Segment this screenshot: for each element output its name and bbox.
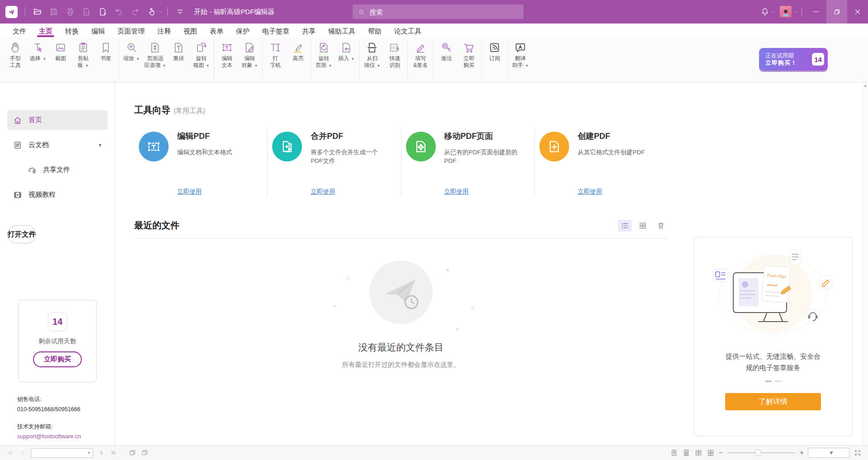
trial-upgrade-badge[interactable]: 正在试用期 立即购买！ 14 <box>759 48 828 71</box>
next-page-button[interactable] <box>97 449 105 457</box>
clipboard-icon <box>76 41 90 54</box>
zoom-in-button[interactable]: + <box>800 449 804 456</box>
carousel-dot[interactable] <box>775 380 782 382</box>
carousel-dot-active[interactable] <box>765 380 772 382</box>
menu-item-电子签章[interactable]: 电子签章 <box>256 25 296 37</box>
tool-buy-now[interactable]: 立即购买 <box>458 39 480 69</box>
tool-snapshot[interactable]: 截图 <box>49 39 72 62</box>
menu-item-视图[interactable]: 视图 <box>177 25 203 37</box>
previous-view-icon[interactable] <box>128 449 137 457</box>
card-create-pdf-use-now-link[interactable]: 立即使用 <box>578 188 602 196</box>
tool-reflow[interactable]: 重排 <box>167 39 190 62</box>
support-email-link[interactable]: support@foxitsoftware.cn <box>17 432 81 441</box>
redo-button[interactable] <box>127 4 143 19</box>
open-file-button[interactable] <box>30 4 45 19</box>
menu-item-转换[interactable]: 转换 <box>59 25 85 37</box>
tool-edit-text[interactable]: 编辑文本 <box>216 39 238 69</box>
learn-more-button[interactable]: 了解详情 <box>725 393 821 410</box>
menu-item-帮助[interactable]: 帮助 <box>362 25 388 37</box>
tool-translate[interactable]: 翻译助手 ▼ <box>509 39 532 69</box>
bell-caret-icon[interactable] <box>771 9 775 14</box>
single-page-view-icon[interactable] <box>670 449 678 457</box>
chevron-down-icon[interactable]: ▼ <box>98 143 102 147</box>
grid-view-icon[interactable] <box>636 220 650 232</box>
zoom-combo-caret-icon[interactable]: ▼ <box>829 450 847 456</box>
tool-fill-sign[interactable]: 填写&签名 <box>409 39 432 69</box>
menu-item-辅助工具[interactable]: 辅助工具 <box>322 25 362 37</box>
tool-from-scanner[interactable]: 从扫描仪 ▼ <box>361 39 383 69</box>
touch-mode-button-caret-icon[interactable] <box>160 9 163 14</box>
search-box[interactable] <box>353 5 524 19</box>
sidebar-item-shared[interactable]: 共享文件 <box>7 160 108 180</box>
tool-select[interactable]: 选择 ▼ <box>27 39 49 62</box>
notifications-bell-icon[interactable] <box>757 4 773 19</box>
open-file-button[interactable]: 打开文件 <box>7 225 36 243</box>
zoom-slider-knob[interactable] <box>755 450 761 456</box>
sidebar-item-cloud-docs[interactable]: 云文档▼ <box>7 135 108 155</box>
save-button[interactable] <box>46 4 61 19</box>
menu-item-页面管理[interactable]: 页面管理 <box>111 25 151 37</box>
tool-rotate-view[interactable]: 旋转视图 ▼ <box>190 39 212 69</box>
tool-clipboard[interactable]: 剪贴板 ▼ <box>72 39 94 69</box>
account-caret-icon[interactable] <box>793 9 798 14</box>
new-document-button[interactable] <box>95 4 110 19</box>
menu-item-表单[interactable]: 表单 <box>203 25 230 37</box>
menu-item-论文工具[interactable]: 论文工具 <box>388 25 428 37</box>
toolbar-group: 手型工具 选择 ▼ 截图 剪贴板 ▼ 书签 <box>3 39 119 81</box>
last-page-button[interactable] <box>109 449 118 457</box>
minimize-button[interactable] <box>806 0 826 24</box>
menu-item-共享[interactable]: 共享 <box>296 25 322 37</box>
sidebar-item-tutorials[interactable]: 视频教程 <box>7 185 108 204</box>
first-page-button[interactable] <box>6 449 14 457</box>
sidebar-item-home[interactable]: 首页 <box>7 110 108 130</box>
export-page-button[interactable] <box>79 4 94 19</box>
scrollbar-up-arrow-icon[interactable]: ▲ <box>863 84 867 445</box>
tool-bookmark[interactable]: 书签 <box>94 39 117 62</box>
tool-rotate-pages[interactable]: 旋转页面 ▼ <box>312 39 335 69</box>
page-number-input[interactable] <box>33 450 87 456</box>
tool-rotate-pages-label: 旋转页面 ▼ <box>316 55 332 69</box>
continuous-facing-view-icon[interactable] <box>707 449 715 457</box>
continuous-view-icon[interactable] <box>682 449 690 457</box>
list-view-icon[interactable] <box>618 220 632 232</box>
card-move-pages-use-now-link[interactable]: 立即使用 <box>444 188 469 196</box>
tool-typewriter[interactable]: 打字机 <box>264 39 287 69</box>
zoom-slider-track[interactable] <box>727 452 795 453</box>
zoom-level-combo[interactable]: ▼ <box>808 448 849 458</box>
tool-quick-ocr[interactable]: OCR 快速识别 <box>383 39 406 69</box>
next-view-icon[interactable] <box>141 449 149 457</box>
app-window: 开始 - 福昕高级PDF编辑器 文件主页转换编辑页面管理注释视图表单保护电子签章… <box>0 0 868 460</box>
touch-mode-button[interactable] <box>144 4 159 19</box>
menu-item-文件[interactable]: 文件 <box>6 25 33 37</box>
tool-edit-object[interactable]: 编辑对象 ▼ <box>238 39 261 69</box>
tool-zoom[interactable]: 缩放 ▼ <box>120 39 143 62</box>
tool-fit-page[interactable]: 页面适应选项 ▼ <box>143 39 167 69</box>
card-merge-pdf-use-now-link[interactable]: 立即使用 <box>311 188 335 196</box>
tool-insert[interactable]: 插入 ▼ <box>335 39 358 62</box>
buy-now-button[interactable]: 立即购买 <box>33 351 82 367</box>
tool-subscribe[interactable]: 订阅 <box>483 39 506 62</box>
user-avatar[interactable] <box>780 6 792 18</box>
clear-recent-trash-icon[interactable] <box>654 220 668 232</box>
previous-page-button[interactable] <box>19 449 27 457</box>
print-button[interactable] <box>62 4 78 19</box>
collapse-ribbon-icon[interactable] <box>172 4 188 19</box>
menu-item-保护[interactable]: 保护 <box>230 25 256 37</box>
menu-item-编辑[interactable]: 编辑 <box>85 25 111 37</box>
restore-window-button[interactable] <box>826 0 847 24</box>
tool-highlight[interactable]: 高亮 <box>287 39 309 62</box>
menu-item-主页[interactable]: 主页 <box>33 25 59 37</box>
close-button[interactable] <box>847 0 868 24</box>
menu-item-注释[interactable]: 注释 <box>151 25 177 37</box>
undo-button[interactable] <box>111 4 127 19</box>
page-number-combo[interactable]: ▼ <box>31 448 93 458</box>
page-combo-caret-icon[interactable]: ▼ <box>87 451 91 455</box>
card-edit-pdf-use-now-link[interactable]: 立即使用 <box>177 188 202 196</box>
search-input[interactable] <box>369 8 519 16</box>
content-scrollbar[interactable]: ▲ <box>862 82 868 445</box>
tool-hand[interactable]: 手型工具 <box>4 39 27 69</box>
facing-view-icon[interactable] <box>694 449 703 457</box>
zoom-out-button[interactable]: − <box>719 449 723 456</box>
tool-activate[interactable]: 激活 <box>435 39 458 62</box>
fullscreen-icon[interactable] <box>854 449 862 457</box>
